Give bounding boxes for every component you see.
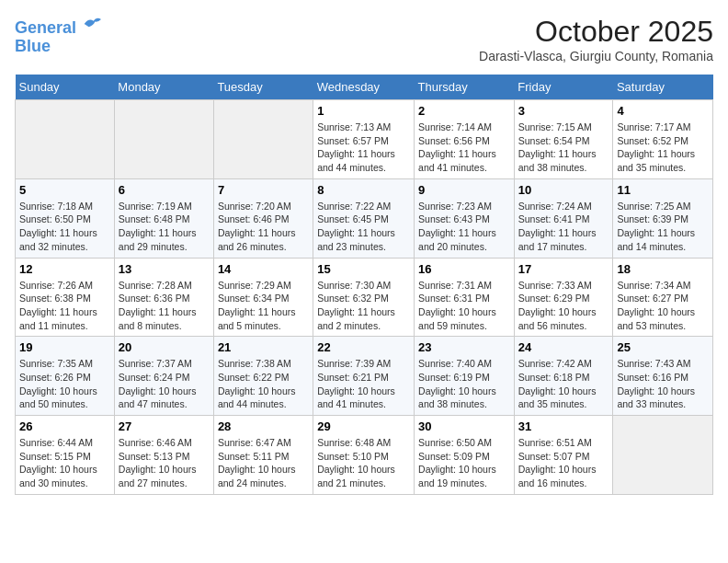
day-info: Sunrise: 7:38 AM Sunset: 6:22 PM Dayligh…	[218, 357, 309, 411]
calendar-cell: 13Sunrise: 7:28 AM Sunset: 6:36 PM Dayli…	[114, 258, 213, 337]
calendar-cell: 21Sunrise: 7:38 AM Sunset: 6:22 PM Dayli…	[213, 337, 313, 416]
calendar-cell: 16Sunrise: 7:31 AM Sunset: 6:31 PM Dayli…	[415, 258, 515, 337]
logo: General Blue	[15, 15, 101, 56]
calendar-week-row: 12Sunrise: 7:26 AM Sunset: 6:38 PM Dayli…	[16, 258, 713, 337]
calendar-cell: 3Sunrise: 7:15 AM Sunset: 6:54 PM Daylig…	[514, 100, 613, 179]
calendar-body: 1Sunrise: 7:13 AM Sunset: 6:57 PM Daylig…	[16, 100, 713, 495]
day-number: 10	[518, 183, 609, 197]
calendar-header: SundayMondayTuesdayWednesdayThursdayFrid…	[16, 75, 713, 100]
day-info: Sunrise: 7:29 AM Sunset: 6:34 PM Dayligh…	[218, 279, 309, 333]
day-info: Sunrise: 7:34 AM Sunset: 6:27 PM Dayligh…	[617, 279, 709, 333]
weekday-header: Sunday	[16, 75, 115, 100]
calendar-cell: 10Sunrise: 7:24 AM Sunset: 6:41 PM Dayli…	[514, 178, 613, 258]
day-number: 16	[418, 262, 510, 276]
day-info: Sunrise: 7:22 AM Sunset: 6:45 PM Dayligh…	[317, 200, 410, 254]
day-number: 13	[119, 262, 210, 276]
day-number: 15	[317, 262, 410, 276]
day-number: 20	[119, 340, 210, 354]
day-info: Sunrise: 7:14 AM Sunset: 6:56 PM Dayligh…	[418, 121, 510, 175]
day-info: Sunrise: 7:33 AM Sunset: 6:29 PM Dayligh…	[518, 279, 609, 333]
weekday-header: Saturday	[613, 75, 713, 100]
day-number: 17	[518, 262, 609, 276]
logo-line1: General	[15, 18, 76, 37]
day-info: Sunrise: 7:37 AM Sunset: 6:24 PM Dayligh…	[119, 357, 210, 411]
day-number: 28	[218, 419, 309, 433]
weekday-header-row: SundayMondayTuesdayWednesdayThursdayFrid…	[16, 75, 713, 100]
day-info: Sunrise: 6:51 AM Sunset: 5:07 PM Dayligh…	[518, 436, 609, 490]
calendar-cell: 18Sunrise: 7:34 AM Sunset: 6:27 PM Dayli…	[613, 258, 713, 337]
calendar-week-row: 19Sunrise: 7:35 AM Sunset: 6:26 PM Dayli…	[16, 337, 713, 416]
day-info: Sunrise: 7:25 AM Sunset: 6:39 PM Dayligh…	[617, 200, 709, 254]
day-number: 23	[418, 340, 510, 354]
calendar-cell	[114, 100, 213, 179]
day-number: 25	[617, 340, 709, 354]
calendar-table: SundayMondayTuesdayWednesdayThursdayFrid…	[15, 75, 713, 495]
day-number: 2	[418, 104, 510, 118]
weekday-header: Wednesday	[313, 75, 415, 100]
calendar-cell: 30Sunrise: 6:50 AM Sunset: 5:09 PM Dayli…	[415, 416, 515, 495]
day-number: 5	[19, 183, 110, 197]
day-info: Sunrise: 7:28 AM Sunset: 6:36 PM Dayligh…	[119, 279, 210, 333]
weekday-header: Friday	[514, 75, 613, 100]
day-number: 4	[617, 104, 709, 118]
calendar-cell: 11Sunrise: 7:25 AM Sunset: 6:39 PM Dayli…	[613, 178, 713, 258]
day-number: 19	[19, 340, 110, 354]
logo-bird-icon	[83, 15, 101, 33]
day-info: Sunrise: 7:35 AM Sunset: 6:26 PM Dayligh…	[19, 357, 110, 411]
day-info: Sunrise: 7:13 AM Sunset: 6:57 PM Dayligh…	[317, 121, 410, 175]
calendar-week-row: 26Sunrise: 6:44 AM Sunset: 5:15 PM Dayli…	[16, 416, 713, 495]
day-number: 3	[518, 104, 609, 118]
calendar-cell: 2Sunrise: 7:14 AM Sunset: 6:56 PM Daylig…	[415, 100, 515, 179]
day-number: 22	[317, 340, 410, 354]
calendar-cell: 29Sunrise: 6:48 AM Sunset: 5:10 PM Dayli…	[313, 416, 415, 495]
day-number: 30	[418, 419, 510, 433]
weekday-header: Monday	[114, 75, 213, 100]
day-number: 7	[218, 183, 309, 197]
day-number: 27	[119, 419, 210, 433]
day-info: Sunrise: 7:39 AM Sunset: 6:21 PM Dayligh…	[317, 357, 410, 411]
day-number: 8	[317, 183, 410, 197]
day-number: 29	[317, 419, 410, 433]
calendar-cell: 31Sunrise: 6:51 AM Sunset: 5:07 PM Dayli…	[514, 416, 613, 495]
day-number: 24	[518, 340, 609, 354]
day-info: Sunrise: 7:26 AM Sunset: 6:38 PM Dayligh…	[19, 279, 110, 333]
calendar-cell	[613, 416, 713, 495]
day-info: Sunrise: 7:15 AM Sunset: 6:54 PM Dayligh…	[518, 121, 609, 175]
weekday-header: Thursday	[415, 75, 515, 100]
calendar-cell: 9Sunrise: 7:23 AM Sunset: 6:43 PM Daylig…	[415, 178, 515, 258]
day-number: 18	[617, 262, 709, 276]
day-info: Sunrise: 7:23 AM Sunset: 6:43 PM Dayligh…	[418, 200, 510, 254]
calendar-week-row: 5Sunrise: 7:18 AM Sunset: 6:50 PM Daylig…	[16, 178, 713, 258]
day-info: Sunrise: 7:42 AM Sunset: 6:18 PM Dayligh…	[518, 357, 609, 411]
calendar-cell: 17Sunrise: 7:33 AM Sunset: 6:29 PM Dayli…	[514, 258, 613, 337]
calendar-cell: 1Sunrise: 7:13 AM Sunset: 6:57 PM Daylig…	[313, 100, 415, 179]
calendar-cell: 12Sunrise: 7:26 AM Sunset: 6:38 PM Dayli…	[16, 258, 115, 337]
day-number: 11	[617, 183, 709, 197]
calendar-cell: 4Sunrise: 7:17 AM Sunset: 6:52 PM Daylig…	[613, 100, 713, 179]
calendar-cell: 19Sunrise: 7:35 AM Sunset: 6:26 PM Dayli…	[16, 337, 115, 416]
day-info: Sunrise: 6:46 AM Sunset: 5:13 PM Dayligh…	[119, 436, 210, 490]
calendar-cell: 15Sunrise: 7:30 AM Sunset: 6:32 PM Dayli…	[313, 258, 415, 337]
calendar-cell: 28Sunrise: 6:47 AM Sunset: 5:11 PM Dayli…	[213, 416, 313, 495]
calendar-cell	[16, 100, 115, 179]
weekday-header: Tuesday	[213, 75, 313, 100]
day-info: Sunrise: 6:48 AM Sunset: 5:10 PM Dayligh…	[317, 436, 410, 490]
logo-text: General	[15, 15, 101, 38]
day-info: Sunrise: 7:17 AM Sunset: 6:52 PM Dayligh…	[617, 121, 709, 175]
calendar-cell: 22Sunrise: 7:39 AM Sunset: 6:21 PM Dayli…	[313, 337, 415, 416]
day-number: 14	[218, 262, 309, 276]
calendar-cell: 6Sunrise: 7:19 AM Sunset: 6:48 PM Daylig…	[114, 178, 213, 258]
logo-line2: Blue	[15, 38, 101, 56]
day-number: 1	[317, 104, 410, 118]
day-info: Sunrise: 7:43 AM Sunset: 6:16 PM Dayligh…	[617, 357, 709, 411]
day-info: Sunrise: 7:30 AM Sunset: 6:32 PM Dayligh…	[317, 279, 410, 333]
day-number: 12	[19, 262, 110, 276]
calendar-week-row: 1Sunrise: 7:13 AM Sunset: 6:57 PM Daylig…	[16, 100, 713, 179]
subtitle: Darasti-Vlasca, Giurgiu County, Romania	[479, 49, 713, 63]
day-info: Sunrise: 7:19 AM Sunset: 6:48 PM Dayligh…	[119, 200, 210, 254]
day-info: Sunrise: 7:24 AM Sunset: 6:41 PM Dayligh…	[518, 200, 609, 254]
day-info: Sunrise: 7:40 AM Sunset: 6:19 PM Dayligh…	[418, 357, 510, 411]
page-header: General Blue October 2025 Darasti-Vlasca…	[15, 15, 713, 63]
calendar-cell: 20Sunrise: 7:37 AM Sunset: 6:24 PM Dayli…	[114, 337, 213, 416]
day-number: 31	[518, 419, 609, 433]
